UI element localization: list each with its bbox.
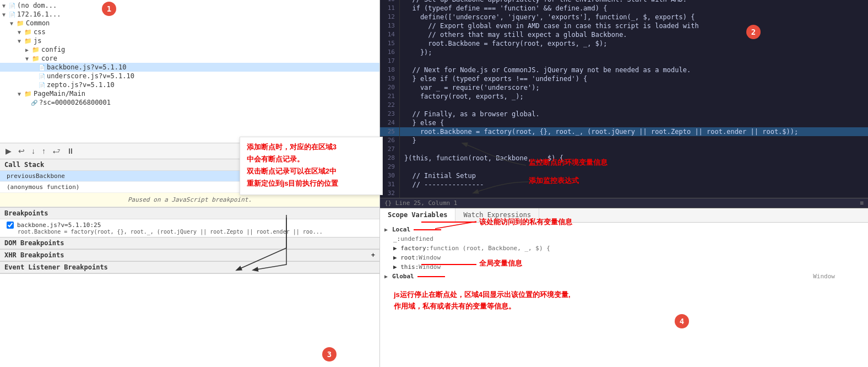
expand-arrow[interactable]: ▶ <box>25 47 31 53</box>
tree-item-common[interactable]: ▼📁Common <box>0 19 379 28</box>
call-stack-file: backbone.js?v=5.1.10:25 <box>297 172 373 180</box>
code-line[interactable]: 23 // Finally, as a browser global. <box>380 110 868 118</box>
call-stack-func: (anonymous function) <box>7 184 79 191</box>
deactivate-btn[interactable]: ⮐ <box>50 145 62 156</box>
breakpoints-content: backbone.js?v=5.1.10:25root.Backbone = f… <box>0 219 379 237</box>
expand-arrow[interactable]: ▼ <box>10 20 15 26</box>
scope-item[interactable]: ▶ this: Window <box>380 262 868 272</box>
scope-item[interactable]: ▶ factory: function (root, Backbone, _, … <box>380 244 868 253</box>
line-number: 15 <box>380 39 400 48</box>
tree-item-config[interactable]: ▶📁config <box>0 45 379 54</box>
tree-item-pagemain[interactable]: ▼📁PageMain/Main <box>0 89 379 98</box>
sub-section-title: DOM Breakpoints <box>4 239 64 247</box>
async-check[interactable] <box>348 161 355 168</box>
tree-item-backbone[interactable]: 📄backbone.js?v=5.1.10 <box>0 63 379 72</box>
sub-section-header[interactable]: DOM Breakpoints <box>0 238 379 249</box>
code-line[interactable]: 21 factory(root, exports, _); <box>380 92 868 101</box>
scope-item[interactable]: ▶ root: Window <box>380 253 868 262</box>
breakpoint-item[interactable]: backbone.js?v=5.1.10:25root.Backbone = f… <box>0 219 379 237</box>
status-text: {} Line 25, Column 1 <box>384 199 457 207</box>
code-line[interactable]: 29 <box>380 163 868 171</box>
code-line[interactable]: 32 <box>380 189 868 198</box>
sub-section-xhr-breakpoints: XHR Breakpoints+ <box>0 250 379 262</box>
expand-arrow[interactable]: ▼ <box>25 56 31 62</box>
stepover-btn[interactable]: ↩ <box>16 145 27 156</box>
tab-watch-expressions[interactable]: Watch Expressions <box>455 208 539 222</box>
code-line[interactable]: 14 // others that may still expect a glo… <box>380 30 868 39</box>
code-line[interactable]: 24 } else { <box>380 118 868 127</box>
line-content: define(['underscore', 'jquery', 'exports… <box>400 13 695 21</box>
tree-item-zepto[interactable]: 📄zepto.js?v=5.1.10 <box>0 80 379 89</box>
async-checkbox[interactable]: Async <box>348 161 375 169</box>
code-line[interactable]: 31 // --------------- <box>380 180 868 189</box>
breakpoints-section: Breakpoints backbone.js?v=5.1.10:25root.… <box>0 208 379 238</box>
scope-global-header[interactable]: ▶GlobalWindow <box>380 272 868 281</box>
code-line[interactable]: 13 // Export global even in AMD case in … <box>380 21 868 30</box>
call-stack-row[interactable]: previousBackbonebackbone.js?v=5.1.10:25 <box>0 171 379 182</box>
code-line[interactable]: 30 // Initial Setup <box>380 171 868 180</box>
tree-item-css[interactable]: ▼📁css <box>0 28 379 36</box>
tree-item-core[interactable]: ▼📁core <box>0 54 379 63</box>
tree-label: PageMain/Main <box>34 90 85 98</box>
tree-item-underscore[interactable]: 📄underscore.js?v=5.1.10 <box>0 72 379 80</box>
code-line[interactable]: 11 if (typeof define === 'function' && d… <box>380 4 868 13</box>
breakpoint-name: backbone.js?v=5.1.10:25 <box>17 222 101 229</box>
line-content: }(this, function(root, Backbone, _, $) { <box>400 154 563 163</box>
code-line[interactable]: 25 root.Backbone = factory(root, {}, roo… <box>380 127 868 136</box>
code-line[interactable]: 26 } <box>380 136 868 145</box>
tree-item-nodom[interactable]: ▼📄(no dom... <box>0 1 379 10</box>
file-icon: 📄 <box>39 64 45 71</box>
code-line[interactable]: 20 var _ = require('underscore'); <box>380 83 868 92</box>
scope-global-label: Global <box>392 273 414 280</box>
folder-icon: 📁 <box>32 46 40 53</box>
scope-item[interactable]: _: undefined <box>380 234 868 244</box>
code-editor[interactable]: 9(function(root, factory) {10 // Set up … <box>380 0 868 198</box>
breakpoints-header[interactable]: Breakpoints <box>0 208 379 219</box>
code-line[interactable]: 17 <box>380 57 868 66</box>
code-line[interactable]: 12 define(['underscore', 'jquery', 'expo… <box>380 13 868 21</box>
expand-arrow[interactable]: ▼ <box>2 12 8 18</box>
add-breakpoint-btn[interactable]: + <box>371 251 375 259</box>
resume-btn[interactable]: ▶ <box>3 145 14 156</box>
code-line[interactable]: 18 // Next for Node.js or CommonJS. jQue… <box>380 66 868 74</box>
pause-btn[interactable]: ⏸ <box>64 145 77 156</box>
call-stack-section: Call Stack Async previousBackbonebackbon… <box>0 159 379 208</box>
scope-panel: Scope VariablesWatch Expressions ▶Local_… <box>380 208 868 367</box>
stepinto-btn[interactable]: ↓ <box>29 145 37 156</box>
expand-arrow[interactable]: ▼ <box>18 91 23 97</box>
line-content: // others that may still expect a global… <box>400 30 627 39</box>
code-line[interactable]: 10 // Set up Backbone appropriately for … <box>380 0 868 4</box>
tree-label: 172.16.1... <box>17 10 61 18</box>
breakpoint-checkbox[interactable] <box>7 222 14 229</box>
line-number: 19 <box>380 74 400 83</box>
expand-arrow[interactable]: ▼ <box>18 38 23 44</box>
code-line[interactable]: 22 <box>380 101 868 110</box>
scope-local-header[interactable]: ▶Local <box>380 225 868 234</box>
code-line[interactable]: 27 <box>380 145 868 154</box>
editor-menu-icon[interactable]: ≡ <box>860 199 864 207</box>
breakpoint-label[interactable]: backbone.js?v=5.1.10:25 <box>7 222 373 229</box>
expand-arrow[interactable]: ▼ <box>2 3 8 9</box>
file-tree[interactable]: ▼📄(no dom...▼📄172.16.1...▼📁Common▼📁css▼📁… <box>0 0 379 143</box>
tab-scope-variables[interactable]: Scope Variables <box>380 208 455 223</box>
code-line[interactable]: 16 }); <box>380 48 868 57</box>
line-content: factory(root, exports, _); <box>400 92 524 101</box>
stepout-btn[interactable]: ↑ <box>40 145 48 156</box>
code-line[interactable]: 28}(this, function(root, Backbone, _, $)… <box>380 154 868 163</box>
tree-item-ip[interactable]: ▼📄172.16.1... <box>0 10 379 19</box>
line-content: // Next for Node.js or CommonJS. jQuery … <box>400 66 691 74</box>
call-stack-header[interactable]: Call Stack Async <box>0 159 379 171</box>
sub-section-header[interactable]: XHR Breakpoints+ <box>0 250 379 261</box>
tree-label: underscore.js?v=5.1.10 <box>47 72 134 80</box>
scope-value: Window <box>419 263 441 271</box>
tree-item-js[interactable]: ▼📁js <box>0 36 379 45</box>
code-line[interactable]: 15 root.Backbone = factory(root, exports… <box>380 39 868 48</box>
sub-section-header[interactable]: Event Listener Breakpoints <box>0 262 379 273</box>
line-number: 12 <box>380 13 400 21</box>
tabs-row: Scope VariablesWatch Expressions <box>380 208 868 223</box>
line-number: 26 <box>380 136 400 145</box>
expand-arrow[interactable]: ▼ <box>18 29 23 35</box>
call-stack-row[interactable]: (anonymous function)backbone.js?v=5.1.10… <box>0 182 379 193</box>
tree-item-sc[interactable]: 🔗?sc=00000266800001 <box>0 98 379 107</box>
code-line[interactable]: 19 } else if (typeof exports !== 'undefi… <box>380 74 868 83</box>
